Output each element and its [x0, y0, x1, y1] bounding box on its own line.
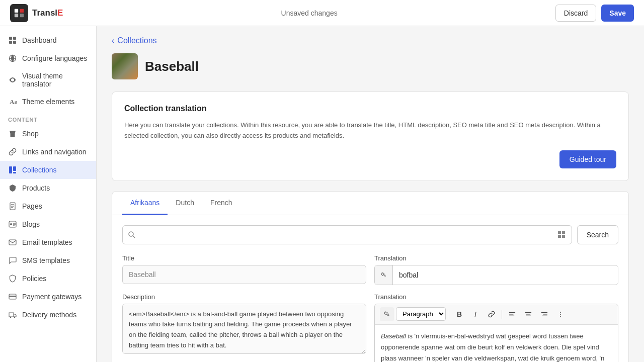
italic-button[interactable]: I — [468, 307, 482, 321]
rte-content[interactable]: Baseball is 'n vlermuis-en-bal-wedstryd … — [375, 325, 618, 362]
sidebar-item-payment-gateways[interactable]: Payment gateways — [0, 288, 96, 306]
grid-view-icon[interactable] — [557, 230, 567, 239]
save-button[interactable]: Save — [601, 5, 634, 22]
collection-translation-card: Collection translation Here you can tran… — [112, 92, 629, 181]
sidebar-label-dashboard: Dashboard — [22, 36, 57, 44]
title-field-wrap: Title — [122, 254, 366, 285]
sidebar-item-products[interactable]: Products — [0, 179, 96, 197]
tabs-card: Afrikaans Dutch French Se — [112, 191, 629, 362]
collection-thumbnail-image — [112, 53, 138, 79]
sidebar-label-email-templates: Email templates — [22, 238, 72, 246]
sidebar-item-collections[interactable]: Collections — [0, 161, 96, 179]
tab-content: Search Title Translation — [112, 215, 628, 362]
svg-rect-30 — [562, 231, 565, 234]
bold-button[interactable]: B — [452, 307, 466, 321]
sidebar-item-delivery-methods[interactable]: Delivery methods — [0, 306, 96, 324]
grid-icon — [8, 36, 17, 45]
description-textarea[interactable]: <em>Baseball</em> is a bat-and-ball game… — [122, 304, 366, 354]
main-content: ‹ Collections Baseball Collection transl… — [97, 26, 644, 362]
align-right-button[interactable] — [537, 307, 551, 321]
eye-icon — [8, 75, 17, 84]
search-input[interactable] — [136, 226, 557, 244]
title-translation-label: Translation — [374, 254, 618, 262]
sidebar-label-visual-theme-translator: Visual theme translator — [22, 72, 88, 88]
svg-rect-5 — [13, 37, 16, 40]
sidebar-item-sms-templates[interactable]: SMS templates — [0, 251, 96, 269]
sidebar-label-theme-elements: Theme elements — [22, 98, 74, 106]
description-field-wrap: Description <em>Baseball</em> is a bat-a… — [122, 293, 366, 362]
sidebar-label-collections: Collections — [22, 166, 56, 174]
description-translation-label: Translation — [374, 293, 618, 301]
sidebar-item-visual-theme-translator[interactable]: Visual theme translator — [0, 67, 96, 93]
sidebar-item-shop[interactable]: Shop — [0, 125, 96, 143]
tab-french[interactable]: French — [202, 192, 240, 215]
page-title: Baseball — [145, 59, 199, 74]
search-button[interactable]: Search — [577, 225, 618, 244]
svg-point-27 — [129, 232, 133, 236]
svg-rect-39 — [541, 312, 547, 312]
sidebar-item-email-templates[interactable]: Email templates — [0, 233, 96, 251]
svg-rect-6 — [9, 41, 12, 44]
breadcrumb[interactable]: ‹ Collections — [112, 36, 629, 45]
rich-text-editor: Paragraph B I — [374, 304, 618, 362]
tab-afrikaans[interactable]: Afrikaans — [122, 192, 168, 215]
guided-tour-button[interactable]: Guided tour — [559, 150, 616, 168]
translate-icon — [375, 265, 393, 285]
svg-rect-33 — [509, 312, 515, 312]
paragraph-select[interactable]: Paragraph — [396, 307, 446, 321]
sidebar-label-policies: Policies — [22, 275, 46, 283]
collection-thumbnail — [112, 53, 138, 79]
shop-icon — [8, 129, 17, 138]
more-options-button[interactable]: ⋮ — [553, 307, 568, 321]
align-center-button[interactable] — [521, 307, 535, 321]
svg-line-28 — [133, 236, 135, 238]
toolbar-divider-1 — [449, 310, 449, 319]
sidebar-label-pages: Pages — [22, 202, 42, 210]
svg-point-26 — [14, 317, 16, 318]
link-icon — [8, 147, 17, 156]
description-translation-row: Description <em>Baseball</em> is a bat-a… — [122, 293, 618, 362]
tab-dutch[interactable]: Dutch — [168, 192, 202, 215]
svg-rect-40 — [543, 314, 547, 314]
title-translation-input[interactable] — [393, 266, 618, 284]
tabs-header: Afrikaans Dutch French — [112, 192, 628, 215]
sidebar-item-dashboard[interactable]: Dashboard — [0, 31, 96, 49]
sms-icon — [8, 256, 17, 265]
link-button[interactable] — [485, 307, 499, 321]
sidebar: Dashboard Configure languages Visual the… — [0, 26, 97, 362]
delivery-icon — [8, 310, 17, 319]
sidebar-item-blogs[interactable]: Blogs — [0, 215, 96, 233]
sidebar-label-payment-gateways: Payment gateways — [22, 293, 82, 301]
breadcrumb-label: Collections — [117, 36, 156, 45]
logo: TranslE — [10, 4, 63, 22]
description-field-label: Description — [122, 293, 366, 301]
sidebar-item-links-and-navigation[interactable]: Links and navigation — [0, 143, 96, 161]
sidebar-item-pages[interactable]: Pages — [0, 197, 96, 215]
svg-rect-37 — [526, 314, 531, 314]
sidebar-item-policies[interactable]: Policies — [0, 269, 96, 288]
svg-rect-29 — [558, 231, 561, 234]
description-translation-wrap: Translation Paragraph B — [374, 293, 618, 362]
title-translation-row: Title Translation — [122, 254, 618, 285]
svg-text:Aa: Aa — [10, 98, 17, 106]
type-icon: Aa — [8, 97, 17, 106]
sidebar-item-configure-languages[interactable]: Configure languages — [0, 49, 96, 67]
title-translation-field — [374, 265, 618, 285]
svg-rect-2 — [15, 13, 18, 17]
pages-icon — [8, 202, 17, 211]
layout: Dashboard Configure languages Visual the… — [0, 26, 644, 362]
sidebar-label-shop: Shop — [22, 130, 39, 138]
svg-rect-35 — [509, 315, 515, 316]
rte-toolbar: Paragraph B I — [375, 304, 618, 325]
discard-button[interactable]: Discard — [555, 5, 596, 22]
topbar-left: TranslE — [10, 4, 63, 22]
sidebar-item-theme-elements[interactable]: Aa Theme elements — [0, 93, 96, 111]
collection-translation-title: Collection translation — [124, 104, 616, 113]
align-left-button[interactable] — [505, 307, 519, 321]
svg-rect-22 — [9, 240, 16, 245]
title-input[interactable] — [122, 265, 366, 284]
svg-rect-10 — [9, 166, 12, 173]
sidebar-label-configure-languages: Configure languages — [22, 54, 87, 62]
svg-rect-7 — [13, 41, 16, 44]
svg-rect-12 — [13, 172, 16, 173]
